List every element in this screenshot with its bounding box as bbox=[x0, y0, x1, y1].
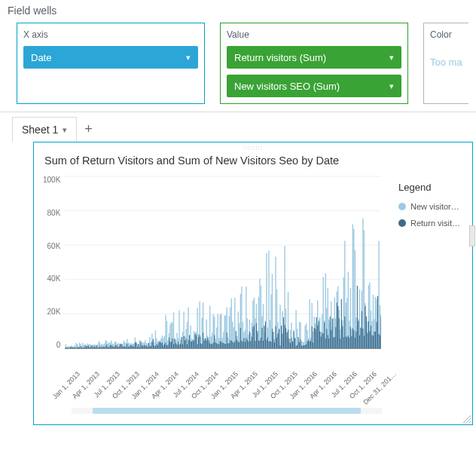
chart-scrollbar-thumb[interactable] bbox=[93, 408, 361, 414]
pill-date[interactable]: Date ▾ bbox=[23, 46, 198, 69]
well-x-axis[interactable]: X axis Date ▾ bbox=[17, 23, 205, 104]
resize-handle-icon[interactable] bbox=[462, 414, 471, 423]
chart-body: 100K80K60K40K20K0 Jan 1, 2013Apr 1, 2013… bbox=[34, 176, 472, 403]
well-label-value: Value bbox=[227, 29, 401, 40]
pill-return-visitors[interactable]: Return visitors (Sum) ▾ bbox=[227, 46, 401, 69]
legend-label: New visitor… bbox=[410, 202, 459, 211]
legend-swatch bbox=[398, 203, 406, 210]
fieldwells-header: Field wells bbox=[0, 0, 476, 23]
well-label-x: X axis bbox=[23, 29, 198, 40]
y-tick: 0 bbox=[56, 341, 61, 349]
y-tick: 80K bbox=[47, 209, 61, 217]
legend-item[interactable]: New visitor… bbox=[398, 202, 471, 211]
chevron-down-icon: ▾ bbox=[389, 53, 394, 63]
pill-new-visitors-seo[interactable]: New visitors SEO (Sum) ▾ bbox=[227, 75, 401, 97]
tab-sheet-1-label: Sheet 1 bbox=[22, 124, 58, 136]
y-tick: 100K bbox=[43, 176, 60, 184]
legend: Legend New visitor…Return visit… bbox=[398, 176, 472, 403]
y-tick: 40K bbox=[47, 274, 61, 283]
pill-return-visitors-label: Return visitors (Sum) bbox=[234, 52, 326, 63]
well-label-color: Color bbox=[430, 29, 462, 40]
legend-item[interactable]: Return visit… bbox=[398, 219, 471, 228]
chart-scrollbar-track[interactable] bbox=[72, 408, 382, 414]
visualization-panel[interactable]: :::::::: Sum of Return Visitors and Sum … bbox=[33, 142, 473, 425]
chart-plot bbox=[65, 176, 381, 349]
fieldwells-row: X axis Date ▾ Value Return visitors (Sum… bbox=[0, 23, 476, 112]
legend-title: Legend bbox=[398, 182, 471, 193]
drag-handle-icon[interactable]: :::::::: bbox=[243, 144, 263, 151]
chevron-down-icon[interactable]: ▾ bbox=[63, 125, 67, 135]
well-color[interactable]: Color Too many bbox=[423, 23, 468, 104]
side-handle[interactable] bbox=[469, 225, 475, 246]
pill-date-label: Date bbox=[31, 52, 51, 63]
chevron-down-icon: ▾ bbox=[389, 81, 394, 91]
well-value[interactable]: Value Return visitors (Sum) ▾ New visito… bbox=[220, 23, 408, 104]
legend-label: Return visit… bbox=[410, 219, 460, 228]
y-tick: 20K bbox=[47, 308, 61, 316]
add-sheet-button[interactable]: + bbox=[84, 121, 93, 137]
tab-bar: Sheet 1 ▾ + bbox=[0, 112, 476, 142]
color-too-many-hint: Too many bbox=[430, 46, 462, 68]
y-axis: 100K80K60K40K20K0 bbox=[43, 176, 65, 349]
legend-swatch bbox=[398, 219, 406, 227]
chevron-down-icon: ▾ bbox=[186, 53, 191, 63]
y-tick: 60K bbox=[47, 242, 61, 250]
x-axis: Jan 1, 2013Apr 1, 2013Jul 1, 2013Oct 1, … bbox=[70, 370, 386, 403]
tab-sheet-1[interactable]: Sheet 1 ▾ bbox=[12, 117, 77, 142]
pill-new-visitors-seo-label: New visitors SEO (Sum) bbox=[234, 81, 340, 92]
